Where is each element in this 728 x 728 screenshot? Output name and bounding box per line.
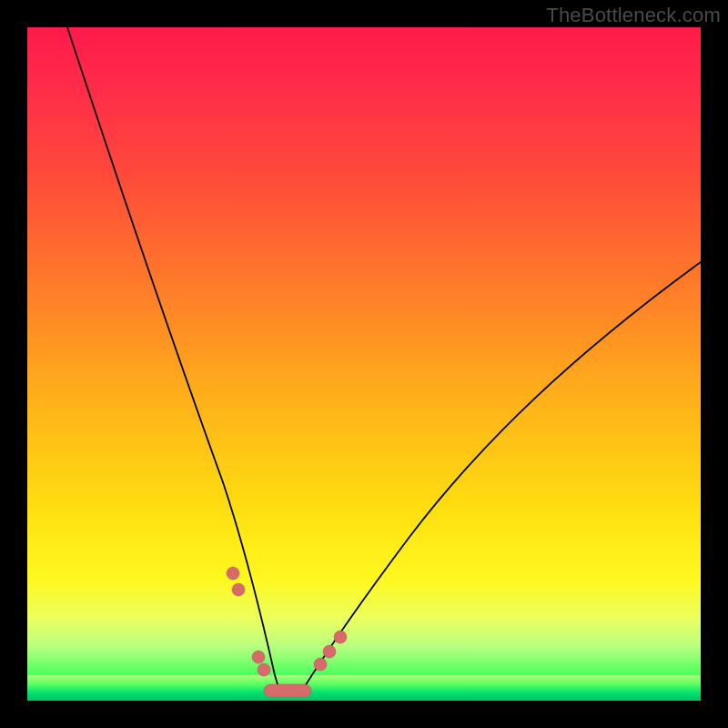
marker-dot: [227, 567, 239, 580]
marker-dot: [334, 631, 347, 643]
curves-svg: [27, 27, 701, 701]
chart-frame: TheBottleneck.com: [0, 0, 728, 728]
marker-dot: [252, 651, 265, 663]
left-curve: [67, 27, 280, 693]
marker-dot: [232, 583, 245, 596]
plot-area: [27, 27, 701, 701]
marker-dot: [323, 645, 336, 658]
marker-dot: [314, 658, 327, 671]
marker-dot: [258, 663, 270, 676]
right-curve: [300, 262, 701, 693]
basin-bar: [264, 684, 311, 697]
watermark-text: TheBottleneck.com: [546, 4, 721, 27]
